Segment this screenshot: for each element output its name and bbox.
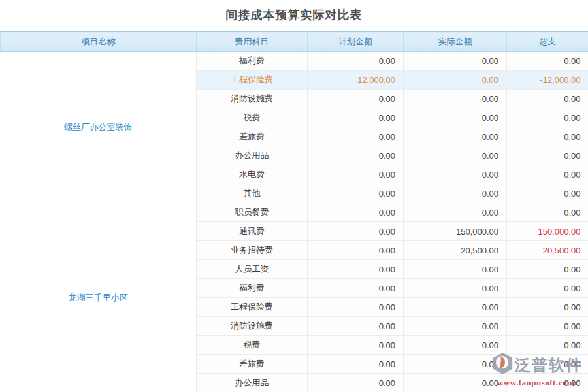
budget-actual-comparison-table: 项目名称费用科目计划金额实际金额超支 螺丝厂办公室装饰福利费0.000.000.… [0,31,588,392]
expense-category-cell: 消防设施费 [197,90,308,108]
expense-category-cell: 工程保险费 [197,71,308,90]
actual-amount-cell: 20,500.00 [404,241,507,260]
overspend-cell: 0.00 [507,52,588,71]
actual-amount-cell: 0.00 [404,355,507,374]
actual-amount-cell: 0.00 [404,336,507,355]
table-row[interactable]: 龙湖三千里小区职员餐费0.000.000.00 [1,203,588,222]
overspend-cell: 0.00 [507,165,588,184]
overspend-cell: 0.00 [507,260,588,279]
planned-amount-cell: 0.00 [308,241,404,260]
expense-category-cell: 差旅费 [197,127,308,146]
column-header-5: 超支 [507,32,588,52]
project-name-cell[interactable]: 螺丝厂办公室装饰 [1,52,197,203]
actual-amount-cell: 0.00 [404,260,507,279]
planned-amount-cell: 0.00 [308,336,404,355]
planned-amount-cell: 0.00 [308,203,404,222]
planned-amount-cell: 12,000.00 [308,71,404,90]
planned-amount-cell: 0.00 [308,374,404,392]
actual-amount-cell: 0.00 [404,71,507,90]
planned-amount-cell: 0.00 [308,260,404,279]
column-header-3: 计划金额 [308,32,404,52]
actual-amount-cell: 0.00 [404,184,507,203]
overspend-cell: 0.00 [507,146,588,165]
actual-amount-cell: 150,000.00 [404,222,507,241]
expense-category-cell: 税费 [197,336,308,355]
table-header-row: 项目名称费用科目计划金额实际金额超支 [1,32,588,52]
column-header-2: 费用科目 [197,32,308,52]
overspend-cell: 0.00 [507,336,588,355]
overspend-cell: 0.00 [507,203,588,222]
expense-category-cell: 水电费 [197,165,308,184]
column-header-4: 实际金额 [404,32,507,52]
overspend-cell: 0.00 [507,90,588,108]
planned-amount-cell: 0.00 [308,90,404,108]
actual-amount-cell: 0.00 [404,298,507,317]
overspend-cell: 20,500.00 [507,241,588,260]
overspend-cell: 0.00 [507,374,588,392]
expense-category-cell: 其他 [197,184,308,203]
expense-category-cell: 业务招待费 [197,241,308,260]
actual-amount-cell: 0.00 [404,108,507,127]
overspend-cell: 150,000.00 [507,222,588,241]
planned-amount-cell: 0.00 [308,108,404,127]
planned-amount-cell: 0.00 [308,184,404,203]
expense-category-cell: 差旅费 [197,355,308,374]
planned-amount-cell: 0.00 [308,298,404,317]
expense-category-cell: 通讯费 [197,222,308,241]
planned-amount-cell: 0.00 [308,52,404,71]
actual-amount-cell: 0.00 [404,165,507,184]
actual-amount-cell: 0.00 [404,374,507,392]
expense-category-cell: 福利费 [197,279,308,298]
actual-amount-cell: 0.00 [404,90,507,108]
column-header-1: 项目名称 [1,32,197,52]
expense-category-cell: 办公用品 [197,146,308,165]
table-row[interactable]: 螺丝厂办公室装饰福利费0.000.000.00 [1,52,588,71]
overspend-cell: 0.00 [507,127,588,146]
overspend-cell: -12,000.00 [507,71,588,90]
actual-amount-cell: 0.00 [404,317,507,336]
planned-amount-cell: 0.00 [308,165,404,184]
expense-category-cell: 职员餐费 [197,203,308,222]
overspend-cell: 0.00 [507,184,588,203]
actual-amount-cell: 0.00 [404,52,507,71]
actual-amount-cell: 0.00 [404,127,507,146]
overspend-cell: 0.00 [507,355,588,374]
expense-category-cell: 人员工资 [197,260,308,279]
planned-amount-cell: 0.00 [308,146,404,165]
project-name-cell[interactable]: 龙湖三千里小区 [1,203,197,392]
actual-amount-cell: 0.00 [404,203,507,222]
actual-amount-cell: 0.00 [404,146,507,165]
overspend-cell: 0.00 [507,279,588,298]
planned-amount-cell: 0.00 [308,317,404,336]
planned-amount-cell: 0.00 [308,355,404,374]
overspend-cell: 0.00 [507,317,588,336]
page-title: 间接成本预算实际对比表 [0,0,588,31]
overspend-cell: 0.00 [507,108,588,127]
planned-amount-cell: 0.00 [308,127,404,146]
expense-category-cell: 消防设施费 [197,317,308,336]
expense-category-cell: 工程保险费 [197,298,308,317]
expense-category-cell: 办公用品 [197,374,308,392]
expense-category-cell: 税费 [197,108,308,127]
overspend-cell: 0.00 [507,298,588,317]
expense-category-cell: 福利费 [197,52,308,71]
actual-amount-cell: 0.00 [404,279,507,298]
planned-amount-cell: 0.00 [308,279,404,298]
planned-amount-cell: 0.00 [308,222,404,241]
